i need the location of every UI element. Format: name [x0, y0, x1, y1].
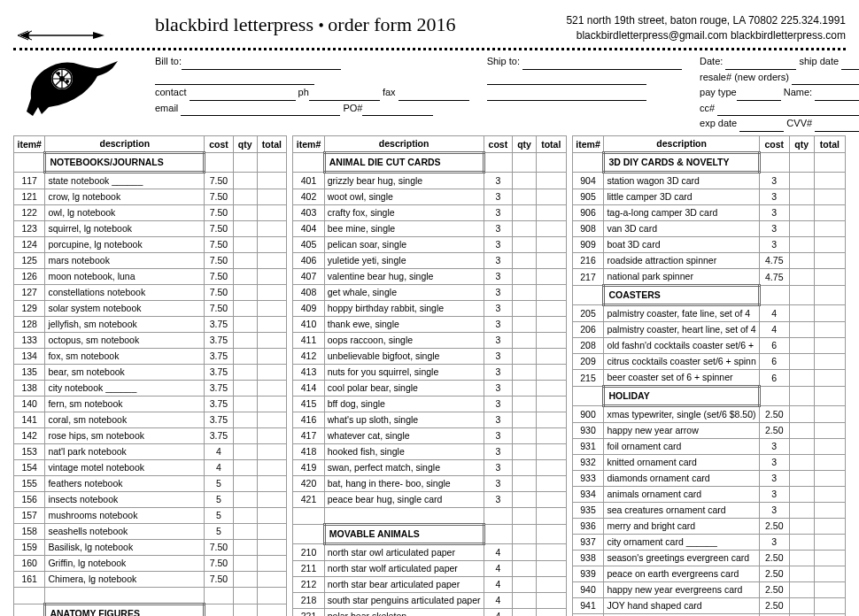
- cell-total[interactable]: [814, 438, 845, 454]
- cell-qty[interactable]: [513, 412, 537, 427]
- cell-total[interactable]: [536, 332, 566, 348]
- fax-input[interactable]: [399, 89, 469, 101]
- cell-total[interactable]: [257, 152, 287, 172]
- cell-total[interactable]: [536, 284, 566, 300]
- cell-qty[interactable]: [233, 189, 257, 204]
- cell-qty[interactable]: [513, 475, 537, 491]
- cell-qty[interactable]: [789, 304, 814, 321]
- cell-qty[interactable]: [233, 364, 257, 380]
- cell-total[interactable]: [536, 220, 566, 236]
- cell-qty[interactable]: [789, 405, 814, 422]
- bill-to-input[interactable]: [182, 58, 341, 70]
- cell-total[interactable]: [814, 369, 845, 386]
- cell-qty[interactable]: [789, 438, 814, 454]
- cell-qty[interactable]: [513, 443, 537, 459]
- cell-qty[interactable]: [233, 523, 257, 539]
- cell-qty[interactable]: [513, 236, 537, 252]
- cell-total[interactable]: [257, 539, 287, 555]
- cell-qty[interactable]: [233, 587, 257, 604]
- cell-qty[interactable]: [233, 427, 257, 443]
- cell-total[interactable]: [814, 268, 845, 285]
- cell-total[interactable]: [814, 470, 845, 486]
- cell-total[interactable]: [257, 427, 287, 443]
- ship-to-input-3[interactable]: [487, 89, 646, 101]
- cell-total[interactable]: [257, 236, 287, 252]
- ph-input[interactable]: [309, 89, 380, 101]
- cell-qty[interactable]: [513, 491, 537, 507]
- cell-qty[interactable]: [233, 475, 257, 491]
- cell-qty[interactable]: [233, 539, 257, 555]
- cell-total[interactable]: [814, 422, 845, 438]
- cell-qty[interactable]: [513, 576, 537, 592]
- cell-qty[interactable]: [789, 470, 814, 486]
- cell-total[interactable]: [536, 348, 566, 364]
- cell-total[interactable]: [536, 236, 566, 252]
- cell-qty[interactable]: [233, 300, 257, 316]
- cell-total[interactable]: [814, 597, 845, 613]
- cell-total[interactable]: [536, 592, 566, 608]
- cell-total[interactable]: [814, 405, 845, 422]
- bill-to-input-2[interactable]: [155, 73, 314, 85]
- cell-total[interactable]: [536, 300, 566, 316]
- cell-qty[interactable]: [789, 454, 814, 470]
- cell-total[interactable]: [257, 571, 287, 587]
- cell-total[interactable]: [536, 491, 566, 507]
- email-input[interactable]: [181, 104, 340, 116]
- cell-qty[interactable]: [233, 220, 257, 236]
- cell-total[interactable]: [814, 386, 845, 405]
- cell-total[interactable]: [814, 172, 845, 189]
- cell-total[interactable]: [257, 491, 287, 507]
- date-input[interactable]: [725, 58, 796, 70]
- cell-qty[interactable]: [233, 284, 257, 300]
- cell-qty[interactable]: [233, 412, 257, 427]
- cell-total[interactable]: [814, 189, 845, 204]
- cell-qty[interactable]: [233, 491, 257, 507]
- cell-qty[interactable]: [513, 284, 537, 300]
- cell-total[interactable]: [814, 454, 845, 470]
- cell-qty[interactable]: [513, 396, 537, 412]
- cell-qty[interactable]: [513, 252, 537, 268]
- cell-qty[interactable]: [789, 268, 814, 285]
- cell-total[interactable]: [536, 380, 566, 396]
- cell-qty[interactable]: [513, 543, 537, 560]
- cell-total[interactable]: [814, 236, 845, 252]
- cell-qty[interactable]: [789, 386, 814, 405]
- contact-input[interactable]: [190, 89, 296, 101]
- cell-qty[interactable]: [789, 172, 814, 189]
- cell-total[interactable]: [536, 427, 566, 443]
- cell-total[interactable]: [814, 550, 845, 566]
- cell-qty[interactable]: [513, 524, 537, 543]
- cell-qty[interactable]: [789, 486, 814, 502]
- cell-total[interactable]: [257, 189, 287, 204]
- cell-total[interactable]: [257, 172, 287, 189]
- cell-qty[interactable]: [233, 268, 257, 284]
- cell-total[interactable]: [814, 252, 845, 268]
- cell-total[interactable]: [536, 268, 566, 284]
- cell-total[interactable]: [257, 348, 287, 364]
- cell-total[interactable]: [257, 396, 287, 412]
- cell-qty[interactable]: [233, 459, 257, 475]
- cell-total[interactable]: [536, 443, 566, 459]
- cell-total[interactable]: [257, 316, 287, 332]
- cell-qty[interactable]: [789, 236, 814, 252]
- cell-qty[interactable]: [789, 204, 814, 220]
- cell-total[interactable]: [814, 486, 845, 502]
- cell-qty[interactable]: [513, 189, 537, 204]
- cell-qty[interactable]: [513, 427, 537, 443]
- cell-total[interactable]: [814, 204, 845, 220]
- cell-total[interactable]: [257, 443, 287, 459]
- cell-total[interactable]: [536, 252, 566, 268]
- cell-qty[interactable]: [513, 220, 537, 236]
- cell-qty[interactable]: [789, 353, 814, 369]
- cell-total[interactable]: [257, 475, 287, 491]
- cell-qty[interactable]: [513, 316, 537, 332]
- exp-date-input[interactable]: [739, 120, 784, 132]
- cell-qty[interactable]: [513, 608, 537, 616]
- cell-total[interactable]: [257, 507, 287, 523]
- cell-total[interactable]: [536, 152, 566, 172]
- cell-qty[interactable]: [513, 332, 537, 348]
- ship-to-input-2[interactable]: [487, 73, 646, 85]
- cell-total[interactable]: [814, 353, 845, 369]
- cell-total[interactable]: [536, 576, 566, 592]
- cell-total[interactable]: [814, 321, 845, 337]
